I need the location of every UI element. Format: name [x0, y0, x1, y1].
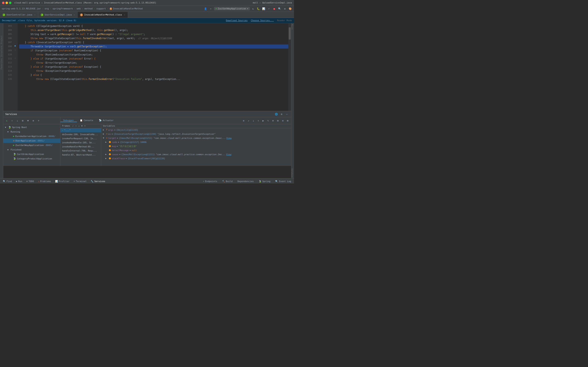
code-line-108: Throwable targetException = var5.getTarg…: [19, 44, 288, 49]
var-target[interactable]: ▼ ≡ target = {ImoocMallException@11211} …: [101, 136, 291, 141]
tab-userserviceimpl[interactable]: J UserServiceImpl.java ✕: [38, 12, 78, 18]
breadcrumb-support[interactable]: support: [96, 7, 106, 10]
dbg-toolbar-run-cursor[interactable]: ▶: [261, 118, 265, 123]
dependencies-btn[interactable]: Dependencies: [236, 180, 255, 183]
tree-item-zuul[interactable]: ▶ ZuulGetWayApplication :8083/: [3, 143, 60, 147]
nav-user-icon[interactable]: 👤: [203, 7, 208, 11]
breadcrumb-org[interactable]: org: [45, 7, 49, 10]
panel-globe-icon[interactable]: 🌐: [274, 112, 278, 117]
nav-coverage-icon[interactable]: 📊: [261, 7, 266, 11]
panel-settings-icon[interactable]: ⚙: [279, 112, 284, 117]
dbg-toolbar-more[interactable]: ≡: [281, 118, 285, 123]
run-config[interactable]: ⚙ ZuulGetWayApplication ▾: [214, 7, 250, 10]
tab-actuator[interactable]: 📡 Actuator: [96, 119, 116, 122]
spring-btn[interactable]: 🍃 Spring: [257, 180, 272, 183]
scroll-indicator[interactable]: [288, 23, 291, 111]
frame-item-2[interactable]: invokeForRequest:138, In...: [61, 136, 101, 141]
svc-collapse-all-btn[interactable]: ⇓: [15, 118, 20, 123]
breadcrumb-class[interactable]: CInvocableHandlerMethod: [110, 7, 143, 10]
nav-refresh-icon[interactable]: ↻: [251, 7, 255, 11]
structure-label[interactable]: Structure: [0, 46, 3, 57]
nav-stop-icon[interactable]: ■: [272, 7, 277, 11]
panel-minimize-icon[interactable]: —: [285, 112, 289, 117]
frame-item-5[interactable]: handleInternal:798, Requ...: [61, 149, 101, 153]
breadcrumb-method[interactable]: method: [85, 7, 93, 10]
dbg-toolbar-eval[interactable]: ✎: [266, 118, 270, 123]
tree-item-categoryproduct[interactable]: 🍃 CategoryProductApplication: [3, 156, 60, 161]
dbg-toolbar-filter[interactable]: ⊕: [271, 118, 275, 123]
tree-item-cartorder[interactable]: 🍃 CartOrderApplication: [3, 152, 60, 156]
tree-item-eureka[interactable]: ▶ EurekaServerApplication :8000/: [3, 134, 60, 138]
var-cause[interactable]: ▶ 🔶 cause = {ImoocMallException@11211} "…: [101, 153, 291, 157]
tree-item-finished[interactable]: ▼ Finished: [3, 147, 60, 152]
frame-item-1[interactable]: doInvoke:199, InvocableHa...: [61, 132, 101, 136]
problems-btn[interactable]: ⚠ Problems: [36, 180, 53, 183]
svc-add-btn[interactable]: +: [36, 118, 41, 123]
dbg-toolbar-step-out[interactable]: ↑: [256, 118, 260, 123]
var-args[interactable]: ▶ P args = {Object[2]@11193}: [101, 128, 291, 132]
nav-search-icon[interactable]: 🔍: [277, 7, 282, 11]
run-btn[interactable]: ▶ Run: [15, 180, 24, 183]
dbg-toolbar-settings[interactable]: ⊞: [285, 118, 290, 123]
svc-refresh-btn[interactable]: ↻: [4, 118, 9, 123]
svc-expand-all-btn[interactable]: ⇑: [10, 118, 14, 123]
terminal-btn[interactable]: ⌨ Terminal: [72, 180, 88, 183]
close-button[interactable]: [2, 2, 4, 4]
services-btn[interactable]: 🔧 Services: [89, 180, 107, 183]
var-stacktrace[interactable]: ▶ 🔶 stackTrace = {StackTraceElement[60]@…: [101, 157, 291, 161]
tab-debugger[interactable]: Debugger: [61, 119, 77, 122]
var-target-view[interactable]: View: [226, 137, 232, 139]
find-btn[interactable]: 🔍 Find: [1, 180, 14, 183]
var-cause-view[interactable]: View: [226, 153, 231, 156]
tab-invocablehandler[interactable]: C InvocableHandlerMethod.class ✕: [78, 12, 128, 18]
favorites-label[interactable]: Favorites: [0, 58, 3, 69]
dbg-toolbar-table[interactable]: ⊞: [276, 118, 280, 123]
tree-item-springboot[interactable]: ▼ 🍃 Spring Boot: [3, 125, 60, 129]
nav-settings-icon[interactable]: ⚙: [283, 7, 287, 11]
tab-usercontroller[interactable]: J UserController.java ✕: [0, 12, 38, 18]
dbg-toolbar-step-over[interactable]: ↗: [246, 118, 251, 123]
choose-sources-link[interactable]: Choose Sources...: [251, 19, 274, 22]
var-msg[interactable]: 🔶 msg = "用户名已被注册": [101, 145, 291, 149]
svc-filter-btn[interactable]: ▼: [26, 118, 30, 123]
dbg-toolbar-menu[interactable]: ≡: [241, 118, 246, 123]
todo-btn[interactable]: ≡ TODO: [25, 180, 35, 183]
code-line-103: } catch (IllegalArgumentException var4) …: [19, 24, 288, 28]
tab-close-usercontroller[interactable]: ✕: [34, 14, 35, 16]
svc-grid-btn[interactable]: ⊞: [20, 118, 25, 123]
svc-link-btn[interactable]: ⊕: [31, 118, 35, 123]
var-detail-message[interactable]: 🔶 detailMessage = null: [101, 149, 291, 153]
project-label[interactable]: Project: [0, 35, 3, 44]
download-sources-link[interactable]: Download Sources: [226, 19, 248, 22]
endpoints-btn[interactable]: ⚡ Endpoints: [201, 180, 219, 183]
var-code[interactable]: ▶ 🔶 code = {Integer@11217} 10006: [101, 141, 291, 145]
profiler-btn[interactable]: 📊 Profiler: [53, 180, 71, 183]
maven-label[interactable]: Maven: [291, 23, 294, 30]
nav-debug-icon[interactable]: 🐛: [256, 7, 260, 11]
minimize-button[interactable]: [6, 2, 8, 4]
tree-item-user[interactable]: ⚙ UserApplication :8081/: [3, 138, 60, 143]
editor-section: 103 104 105 106 107 108 109 110 111 112 …: [3, 23, 291, 178]
scroll-thumb[interactable]: [289, 27, 291, 40]
database-label[interactable]: Database: [291, 168, 294, 178]
frame-item-3[interactable]: invokeAndHandle:105, Se...: [61, 141, 101, 145]
nav-profile-icon[interactable]: ⚡: [267, 7, 271, 11]
build-btn[interactable]: 🔨 Build: [221, 180, 234, 183]
tab-close-userserviceimpl[interactable]: ✕: [74, 14, 75, 16]
var-ex[interactable]: ▶ ≡ ex = {InvocationTargetException@1119…: [101, 132, 291, 136]
breadcrumb-springframework[interactable]: springframework: [52, 7, 73, 10]
nav-theme-icon[interactable]: 🎨: [288, 7, 292, 11]
tab-close-invocablehandler[interactable]: ✕: [124, 14, 125, 16]
frame-item-4[interactable]: invokeHandlerMethod:89...: [61, 145, 101, 149]
event-log-btn[interactable]: 🔍 Event Log: [274, 180, 293, 183]
frame-item-0[interactable]: ✓ "...": [61, 128, 101, 132]
frame-item-6[interactable]: handle:87, AbstractHand...: [61, 153, 101, 157]
dbg-toolbar-step-into[interactable]: ↓: [251, 118, 256, 123]
code-content[interactable]: } catch (IllegalArgumentException var4) …: [17, 23, 288, 111]
tree-item-running[interactable]: ▼ Running: [3, 129, 60, 134]
breadcrumb-jar[interactable]: spring-web-5.1.13.RELEASE.jar: [2, 7, 41, 10]
nav-back-icon[interactable]: ←: [209, 7, 213, 11]
breadcrumb-web[interactable]: web: [77, 7, 81, 10]
maximize-button[interactable]: [9, 2, 11, 4]
tab-console[interactable]: 📋 Console: [77, 119, 96, 122]
